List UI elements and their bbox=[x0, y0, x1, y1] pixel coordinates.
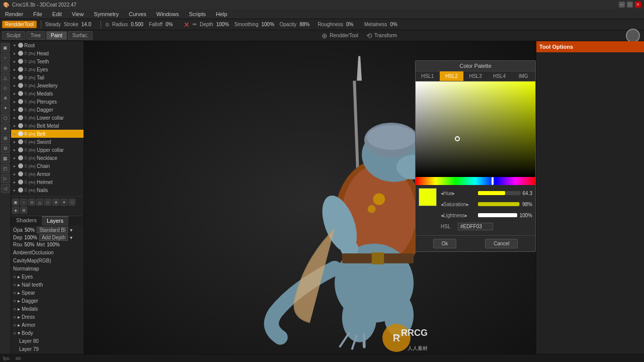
nails-vis[interactable] bbox=[18, 188, 23, 193]
bt-10[interactable]: ⊞ bbox=[20, 207, 27, 214]
layer-group-eyes[interactable]: ○ ▸ Eyes bbox=[11, 273, 84, 281]
lcollar-vis[interactable] bbox=[18, 115, 23, 120]
head-vis[interactable] bbox=[18, 51, 23, 56]
stroke-value[interactable]: 14.0 bbox=[82, 22, 97, 27]
bt-5[interactable]: ◇ bbox=[44, 199, 51, 206]
root-vis-icon[interactable] bbox=[18, 43, 23, 48]
tool-3[interactable]: ◎ bbox=[1, 63, 10, 72]
tree-item-sword[interactable]: ▸ S [4x] Sword bbox=[11, 138, 84, 146]
tree-item-tail[interactable]: ▸ S [5x] Tail bbox=[11, 73, 84, 81]
tree-root[interactable]: ▾ Root bbox=[11, 41, 84, 49]
layer-normalmap[interactable]: Normalmap bbox=[11, 264, 84, 273]
tree-item-medals[interactable]: ▸ S [5x] Medals bbox=[11, 89, 84, 98]
tree-item-jewellery[interactable]: ▸ S [5x] Jewellery bbox=[11, 81, 84, 89]
gradient-canvas[interactable] bbox=[416, 81, 535, 177]
depth-value[interactable]: 100% bbox=[216, 22, 231, 27]
maximize-button[interactable]: □ bbox=[627, 2, 633, 8]
tree-item-upper-collar[interactable]: ▸ S [5x] Upper collar bbox=[11, 146, 84, 154]
bt-1[interactable]: ▣ bbox=[12, 199, 19, 206]
close-button[interactable]: ✕ bbox=[635, 2, 641, 8]
sat-slider-track[interactable] bbox=[478, 202, 520, 206]
layer-cavitymap[interactable]: CavityMap(RGB) bbox=[11, 256, 84, 264]
color-swatch[interactable] bbox=[419, 188, 437, 206]
tree-item-nails[interactable]: ▸ S [4x] Nails bbox=[11, 186, 84, 194]
tool-13[interactable]: ◰ bbox=[1, 164, 10, 173]
tab-surface[interactable]: Surfac. bbox=[68, 31, 93, 40]
layer-79[interactable]: Layer 79 bbox=[11, 345, 84, 353]
layer-group-spear[interactable]: ○ ▸ Spear bbox=[11, 289, 84, 297]
cp-tab-hsl3[interactable]: HSL3 bbox=[463, 71, 488, 81]
bt-2[interactable]: ○ bbox=[20, 199, 27, 206]
cp-tab-hsl4[interactable]: HSL4 bbox=[488, 71, 512, 81]
layer-group-dress[interactable]: ○ ▸ Dress bbox=[11, 313, 84, 321]
tab-tree[interactable]: Tree bbox=[26, 31, 45, 40]
menu-scripts[interactable]: Scripts bbox=[186, 10, 209, 18]
tool-4[interactable]: △ bbox=[1, 73, 10, 82]
color-gradient-picker[interactable] bbox=[416, 81, 535, 177]
titlebar-controls[interactable]: ─ □ ✕ bbox=[619, 2, 641, 8]
menu-render[interactable]: Render bbox=[2, 10, 26, 18]
tool-7[interactable]: ✦ bbox=[1, 104, 10, 113]
roughness-value[interactable]: 0% bbox=[346, 22, 361, 27]
bt-8[interactable]: ⬡ bbox=[68, 199, 75, 206]
menu-edit[interactable]: Edit bbox=[49, 10, 65, 18]
hue-slider-track[interactable] bbox=[478, 191, 521, 195]
tail-vis[interactable] bbox=[18, 75, 23, 80]
layer-ambientocclusion[interactable]: AmbientOcclusion bbox=[11, 248, 84, 256]
menu-windows[interactable]: Windows bbox=[153, 10, 182, 18]
menu-help[interactable]: Help bbox=[213, 10, 230, 18]
chain-vis[interactable] bbox=[18, 163, 23, 168]
menu-symmetry[interactable]: Symmetry bbox=[91, 10, 122, 18]
tool-9[interactable]: ◈ bbox=[1, 124, 10, 133]
jewellery-vis[interactable] bbox=[18, 83, 23, 88]
tool-2[interactable]: ○ bbox=[1, 53, 10, 62]
tree-item-chain[interactable]: ▸ S [3x] Chain bbox=[11, 162, 84, 170]
medals-vis[interactable] bbox=[18, 91, 23, 96]
hex-input[interactable] bbox=[458, 223, 493, 230]
ok-button[interactable]: Ok bbox=[433, 239, 457, 248]
tree-item-pteruges[interactable]: ▸ S [5x] Pteruges bbox=[11, 98, 84, 106]
bt-3[interactable]: ◎ bbox=[28, 199, 35, 206]
layer-group-medals[interactable]: ○ ▸ Medals bbox=[11, 305, 84, 313]
tool-1[interactable]: ▣ bbox=[1, 43, 10, 52]
tool-6[interactable]: ⊕ bbox=[1, 94, 10, 103]
tool-5[interactable]: ◇ bbox=[1, 83, 10, 93]
ucollar-vis[interactable] bbox=[18, 147, 23, 152]
tree-item-head[interactable]: ▸ S [5x] Head bbox=[11, 49, 84, 57]
tab-paint[interactable]: Paint bbox=[46, 31, 67, 40]
tab-layers[interactable]: Layers bbox=[42, 216, 68, 226]
cp-tab-hsl1[interactable]: HSL1 bbox=[416, 71, 440, 81]
beltmetal-vis[interactable] bbox=[18, 123, 23, 128]
tab-sculpt[interactable]: Sculpt bbox=[2, 31, 25, 40]
tree-item-armor[interactable]: ▸ S [3x] Armor bbox=[11, 170, 84, 178]
layer-80[interactable]: Layer 80 bbox=[11, 337, 84, 345]
cp-tab-img[interactable]: IMG bbox=[511, 71, 535, 81]
tree-item-necklace[interactable]: ▸ S [2x] Necklace bbox=[11, 154, 84, 162]
bt-7[interactable]: ✦ bbox=[60, 199, 67, 206]
rendertool-button[interactable]: RendderTool bbox=[2, 21, 37, 28]
add-depth-btn[interactable]: Add Depth bbox=[39, 234, 68, 241]
teeth-vis[interactable] bbox=[18, 59, 23, 64]
tool-12[interactable]: ▦ bbox=[1, 154, 10, 163]
bt-6[interactable]: ⊕ bbox=[52, 199, 59, 206]
layer-group-armor[interactable]: ○ ▸ Armor bbox=[11, 321, 84, 329]
tab-shaders[interactable]: Shaders bbox=[11, 216, 42, 226]
tree-item-dagger[interactable]: ▸ S [5x] Dagger bbox=[11, 106, 84, 114]
menu-file[interactable]: File bbox=[30, 10, 45, 18]
tree-item-belt-metal[interactable]: ▸ S [5x] Belt Metal bbox=[11, 122, 84, 130]
smoothing-value[interactable]: 100% bbox=[261, 22, 276, 27]
tree-item-eyes[interactable]: ▸ S [5x] Eyes bbox=[11, 65, 84, 73]
hue-slider[interactable] bbox=[416, 177, 535, 185]
belt-vis[interactable] bbox=[18, 131, 23, 136]
tree-item-lower-collar[interactable]: ▸ S [5x] Lower collar bbox=[11, 114, 84, 122]
tool-11[interactable]: ⊟ bbox=[1, 144, 10, 153]
helmet-vis[interactable] bbox=[18, 179, 23, 185]
metalness-value[interactable]: 0% bbox=[390, 22, 406, 27]
tool-10[interactable]: ⊞ bbox=[1, 134, 10, 143]
eyes-vis[interactable] bbox=[18, 67, 23, 72]
tool-14[interactable]: ▷ bbox=[1, 174, 10, 183]
bt-4[interactable]: △ bbox=[36, 199, 43, 206]
pteruges-vis[interactable] bbox=[18, 99, 23, 104]
tool-15[interactable]: ◁ bbox=[1, 184, 10, 193]
tree-item-helmet[interactable]: ▸ S [4x] Helmet bbox=[11, 178, 84, 186]
